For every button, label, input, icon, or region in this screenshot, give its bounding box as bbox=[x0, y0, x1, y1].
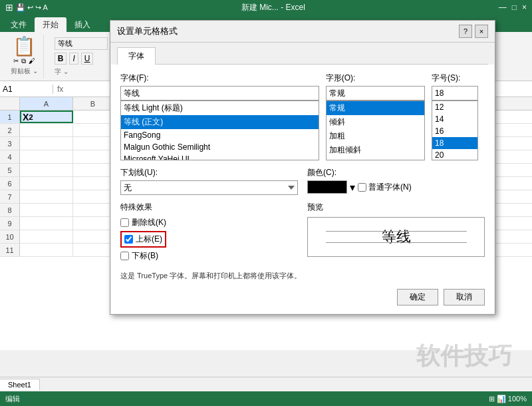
font-label: 字体(F): bbox=[120, 73, 319, 84]
preview-label: 预览 bbox=[307, 202, 485, 213]
ok-button[interactable]: 确定 bbox=[397, 289, 438, 305]
subscript-label: 下标(B) bbox=[132, 250, 158, 262]
preview-box: 等线 bbox=[307, 217, 485, 257]
format-cells-dialog: 设置单元格格式 ? × 字体 字体(F): 等线 Light (标题) 等线 bbox=[110, 20, 495, 315]
list-item[interactable]: Malgun Gothic Semilight bbox=[121, 141, 319, 153]
effects-preview-row: 特殊效果 删除线(K) 上标(E) 下标(B) bbox=[120, 202, 485, 264]
color-row: ▾ 普通字体(N) bbox=[307, 180, 485, 194]
dialog-title-controls: ? × bbox=[459, 25, 488, 38]
color-dropdown-btn[interactable]: ▾ bbox=[350, 181, 355, 194]
list-item[interactable]: 16 bbox=[432, 125, 477, 137]
list-item[interactable]: 12 bbox=[432, 101, 477, 113]
font-style-listbox[interactable]: 常规 倾斜 加粗 加粗倾斜 bbox=[326, 101, 425, 160]
effects-label: 特殊效果 bbox=[120, 202, 298, 213]
dialog-title-bar: 设置单元格格式 ? × bbox=[110, 21, 495, 43]
font-size-label: 字号(S): bbox=[432, 73, 485, 84]
font-size-col: 字号(S): 12 14 16 18 20 22 bbox=[432, 73, 485, 160]
font-size-input[interactable] bbox=[432, 86, 478, 101]
note-text: 这是 TrueType 字体。屏幕和打印机上都将使用该字体。 bbox=[120, 271, 485, 281]
dialog-tabs: 字体 bbox=[110, 43, 495, 64]
normal-font-checkbox[interactable] bbox=[358, 183, 366, 192]
strikethrough-row: 删除线(K) bbox=[120, 217, 298, 228]
list-item[interactable]: Microsoft YaHei UI bbox=[121, 153, 319, 160]
dialog-body: 字体(F): 等线 Light (标题) 等线 (正文) FangSong Ma… bbox=[111, 65, 494, 313]
font-name-col: 字体(F): 等线 Light (标题) 等线 (正文) FangSong Ma… bbox=[120, 73, 319, 160]
subscript-row: 下标(B) bbox=[120, 250, 298, 262]
font-name-listbox[interactable]: 等线 Light (标题) 等线 (正文) FangSong Malgun Go… bbox=[120, 101, 319, 160]
list-item[interactable]: 18 bbox=[432, 137, 477, 149]
font-style-input[interactable] bbox=[326, 86, 425, 101]
effects-col: 特殊效果 删除线(K) 上标(E) 下标(B) bbox=[120, 202, 298, 264]
normal-font-label: 普通字体(N) bbox=[358, 182, 412, 193]
underline-select[interactable]: 无 bbox=[120, 180, 298, 195]
preview-col: 预览 等线 bbox=[307, 202, 485, 264]
font-style-label: 字形(O): bbox=[326, 73, 425, 84]
list-item[interactable]: 常规 bbox=[327, 101, 424, 115]
font-row: 字体(F): 等线 Light (标题) 等线 (正文) FangSong Ma… bbox=[120, 73, 485, 160]
color-swatch[interactable] bbox=[307, 180, 347, 194]
font-size-listbox[interactable]: 12 14 16 18 20 22 bbox=[432, 101, 478, 160]
font-style-col: 字形(O): 常规 倾斜 加粗 加粗倾斜 bbox=[326, 73, 425, 160]
underline-select-wrap: 无 bbox=[120, 180, 298, 195]
underline-label: 下划线(U): bbox=[120, 167, 298, 178]
list-item[interactable]: 14 bbox=[432, 113, 477, 125]
dialog-close-btn[interactable]: × bbox=[475, 25, 488, 38]
dialog-buttons: 确定 取消 bbox=[120, 289, 485, 305]
list-item[interactable]: 加粗倾斜 bbox=[327, 143, 424, 157]
underline-col: 下划线(U): 无 bbox=[120, 167, 298, 195]
list-item[interactable]: 倾斜 bbox=[327, 115, 424, 129]
preview-line-bottom bbox=[326, 242, 467, 243]
preview-line-top bbox=[326, 231, 467, 232]
list-item[interactable]: 20 bbox=[432, 149, 477, 160]
dialog-title: 设置单元格格式 bbox=[117, 25, 178, 37]
strikethrough-checkbox[interactable] bbox=[120, 218, 129, 227]
superscript-checkbox[interactable] bbox=[124, 235, 133, 244]
dialog-help-btn[interactable]: ? bbox=[459, 25, 472, 38]
dialog-tab-font[interactable]: 字体 bbox=[117, 47, 156, 65]
strikethrough-label: 删除线(K) bbox=[132, 217, 166, 228]
superscript-row: 上标(E) bbox=[120, 231, 298, 248]
list-item[interactable]: 等线 (正文) bbox=[121, 115, 319, 129]
cancel-button[interactable]: 取消 bbox=[444, 289, 485, 305]
subscript-checkbox[interactable] bbox=[120, 252, 129, 260]
superscript-label: 上标(E) bbox=[136, 234, 162, 245]
list-item[interactable]: FangSong bbox=[121, 129, 319, 141]
font-name-input[interactable] bbox=[120, 86, 319, 101]
superscript-highlight: 上标(E) bbox=[120, 231, 166, 248]
color-col: 颜色(C): ▾ 普通字体(N) bbox=[307, 167, 485, 195]
underline-color-row: 下划线(U): 无 颜色(C): ▾ 普通字体(N) bbox=[120, 167, 485, 195]
preview-text: 等线 bbox=[382, 227, 411, 247]
list-item[interactable]: 加粗 bbox=[327, 129, 424, 143]
list-item[interactable]: 等线 Light (标题) bbox=[121, 101, 319, 115]
dialog-overlay: 设置单元格格式 ? × 字体 字体(F): 等线 Light (标题) 等线 bbox=[0, 0, 532, 406]
color-label: 颜色(C): bbox=[307, 167, 485, 178]
